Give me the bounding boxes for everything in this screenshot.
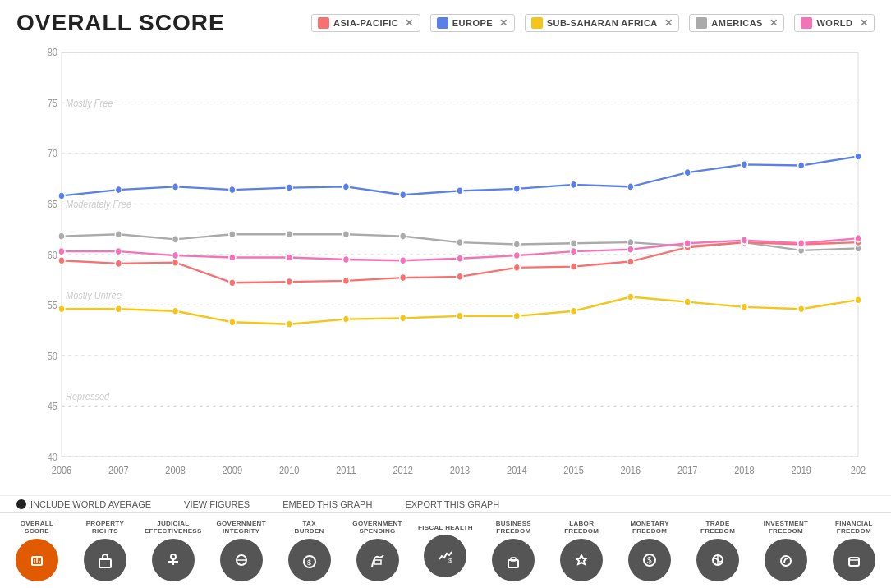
nav-icon-labor-freedom [560,539,603,581]
x-label: 2009 [223,464,243,476]
nav-item-government-integrity[interactable]: GOVERNMENTINTEGRITY [213,520,270,581]
government-spending-icon [366,549,389,572]
x-label: 2010 [279,464,300,476]
legend-label-sub-saharan-africa: SUB-SAHARAN AFRICA [547,18,658,28]
legend-remove-asia-pacific[interactable]: ✕ [405,17,414,29]
nav-item-labor-freedom[interactable]: LABORFREEDOM [553,520,610,581]
data-point-europe [684,168,691,176]
legend-remove-europe[interactable]: ✕ [499,17,508,29]
nav-item-government-spending[interactable]: GOVERNMENTSPENDING [349,520,406,581]
legend-remove-sub-saharan-africa[interactable]: ✕ [664,17,673,29]
view-figures-label: VIEW FIGURES [184,499,250,509]
nav-item-tax-burden[interactable]: TAXBURDEN $ [281,520,338,581]
svg-rect-12 [374,560,381,564]
svg-point-5 [171,554,176,559]
svg-point-20 [781,556,791,566]
embed-graph-label: EMBED THIS GRAPH [282,499,372,509]
nav-item-judicial-effectiveness[interactable]: JUDICIALEFFECTIVENESS [145,520,202,581]
legend-color-world [801,17,812,29]
export-graph-control[interactable]: EXPORT THIS GRAPH [405,499,499,509]
data-point-europe [513,185,520,192]
x-label: 2008 [165,464,186,476]
nav-label-government-integrity: GOVERNMENTINTEGRITY [217,520,266,535]
data-point-europe [229,186,236,193]
x-label: 2014 [507,464,527,476]
data-point-world [115,247,122,255]
header: OVERALL SCORE ASIA-PACIFIC ✕ EUROPE ✕ SU… [0,0,891,43]
data-point-europe [400,191,406,199]
legend-item-asia-pacific[interactable]: ASIA-PACIFIC ✕ [311,14,420,32]
data-point-world [798,240,805,247]
data-point-sub_saharan [571,307,577,315]
x-label: 2007 [108,464,129,476]
app-container: OVERALL SCORE ASIA-PACIFIC ✕ EUROPE ✕ SU… [0,0,891,588]
legend-remove-world[interactable]: ✕ [860,17,869,29]
fiscal-health-icon: $ [434,544,457,567]
data-point-world [513,251,520,259]
y-label: 70 [48,148,58,160]
business-freedom-icon [502,549,525,572]
bottom-navigation: OVERALLSCORE PROPERTYRIGHTS JUDICIALEFFE… [0,512,891,588]
legend-item-sub-saharan-africa[interactable]: SUB-SAHARAN AFRICA ✕ [525,14,680,32]
nav-item-overall-score[interactable]: OVERALLSCORE [8,520,66,581]
svg-rect-4 [99,559,111,567]
include-world-avg-control[interactable]: INCLUDE WORLD AVERAGE [16,499,151,509]
judicial-effectiveness-icon [162,549,185,572]
data-point-sub_saharan [741,303,747,310]
legend-item-europe[interactable]: EUROPE ✕ [430,14,515,32]
legend-item-world[interactable]: WORLD ✕ [794,14,875,32]
trade-freedom-icon [706,549,729,572]
svg-rect-21 [849,558,859,566]
nav-item-business-freedom[interactable]: BUSINESSFREEDOM [485,520,542,581]
data-point-sub_saharan [342,315,349,323]
financial-freedom-icon [843,549,866,572]
nav-item-trade-freedom[interactable]: TRADEFREEDOM [689,520,746,581]
data-point-asia_pacific [400,273,406,281]
legend-label-asia-pacific: ASIA-PACIFIC [333,18,398,28]
y-label: 45 [48,400,58,412]
data-point-world [457,255,463,262]
nav-icon-fiscal-health: $ [424,535,466,577]
legend-remove-americas[interactable]: ✕ [769,17,778,29]
data-point-americas [513,241,520,248]
nav-item-fiscal-health[interactable]: FISCAL HEALTH $ [416,524,474,578]
x-label: 2016 [621,464,641,476]
nav-item-financial-freedom[interactable]: FINANCIALFREEDOM [825,520,883,581]
data-point-europe [58,192,65,200]
x-label: 2011 [336,464,356,476]
world-avg-icon [16,499,26,509]
chart-area: 404550556065707580Mostly FreeModerately … [0,43,891,495]
y-label: 55 [48,299,58,311]
data-point-asia_pacific [229,279,236,287]
data-point-americas [286,231,292,238]
data-point-sub_saharan [172,307,179,315]
legend-item-americas[interactable]: AMERICAS ✕ [689,14,784,32]
view-figures-control[interactable]: VIEW FIGURES [184,499,250,509]
legend: ASIA-PACIFIC ✕ EUROPE ✕ SUB-SAHARAN AFRI… [311,14,875,32]
line-chart: 404550556065707580Mostly FreeModerately … [16,43,875,495]
data-point-asia_pacific [513,264,520,271]
x-label: 2015 [563,464,584,476]
nav-item-monetary-freedom[interactable]: MONETARYFREEDOM $ [621,520,678,581]
nav-item-property-rights[interactable]: PROPERTYRIGHTS [76,520,134,581]
nav-icon-overall-score [16,539,58,581]
data-point-europe [571,181,577,188]
nav-label-property-rights: PROPERTYRIGHTS [86,520,124,535]
data-point-europe [741,161,747,168]
data-point-sub_saharan [684,298,691,305]
page-title: OVERALL SCORE [16,10,225,36]
data-point-sub_saharan [400,315,406,322]
data-point-americas [400,232,406,240]
monetary-freedom-icon: $ [638,549,661,572]
zone-label: Moderately Free [66,198,131,210]
svg-text:$: $ [647,556,652,565]
embed-graph-control[interactable]: EMBED THIS GRAPH [282,499,372,509]
legend-label-world: WORLD [816,18,852,28]
y-label: 50 [48,350,58,362]
data-point-world [684,240,691,247]
nav-label-judicial-effectiveness: JUDICIALEFFECTIVENESS [145,520,202,535]
data-point-sub_saharan [798,305,805,313]
x-label: 202 [851,464,866,476]
data-point-asia_pacific [286,278,292,285]
nav-item-investment-freedom[interactable]: INVESTMENTFREEDOM [757,520,815,581]
